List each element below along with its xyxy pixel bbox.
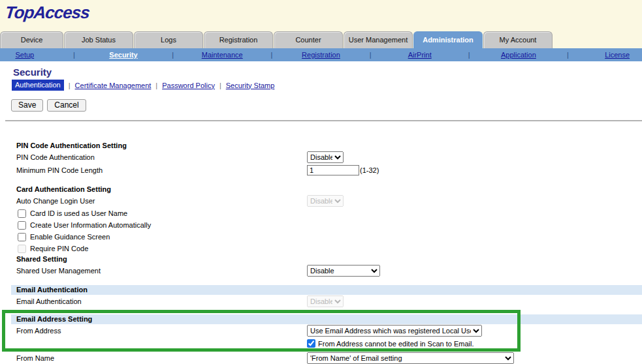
create-user-info-row: Create User Information Automatically [0,219,642,231]
subnav-separator: | [468,51,470,59]
shared-section-title: Shared Setting [0,254,642,264]
email-authentication-section-header: Email Authentication [11,285,642,295]
subnav-airprint[interactable]: AirPrint [408,51,432,59]
pin-code-authentication-select[interactable]: Disable [307,151,344,163]
email-authentication-select: Disable [307,296,344,307]
email-address-setting-section: Email Address Setting From Address Use E… [0,314,642,349]
pin-section-title: PIN Code Authentication Setting [0,141,642,151]
subnav-maintenance[interactable]: Maintenance [202,51,243,59]
tab-registration[interactable]: Registration [204,31,273,48]
subnav-separator: | [370,51,372,59]
from-address-row: From Address Use Email Address which was… [0,324,642,337]
email-address-setting-section-header: Email Address Setting [11,314,642,324]
submenu-separator: | [155,82,157,89]
email-authentication-row: Email Authentication Disable [0,295,642,308]
from-name-select[interactable]: 'From Name' of Email setting [307,352,514,364]
shared-user-management-row: Shared User Management Disable [0,264,642,277]
minimum-pin-length-row: Minimum PIN Code Length (1-32) [0,164,642,177]
from-name-row: From Name 'From Name' of Email setting [0,352,642,364]
create-user-info-checkbox[interactable] [18,221,26,230]
minimum-pin-length-label: Minimum PIN Code Length [16,166,307,174]
create-user-info-label: Create User Information Automatically [30,221,151,229]
save-button[interactable]: Save [11,99,43,112]
cancel-button[interactable]: Cancel [47,99,86,112]
subnav-setup[interactable]: Setup [15,51,34,59]
subnav-separator: | [73,51,75,59]
enable-guidance-screen-row: Enable Guidance Screen [0,231,642,243]
subnav-application[interactable]: Application [501,51,536,59]
tab-device[interactable]: Device [0,31,63,48]
main-tab-bar: Device Job Status Logs Registration Coun… [0,31,642,48]
auto-change-login-user-label: Auto Change Login User [16,197,307,205]
submenu-security-stamp[interactable]: Security Stamp [226,82,275,89]
authentication-form: PIN Code Authentication Setting PIN Code… [0,141,642,364]
submenu-password-policy[interactable]: Password Policy [162,82,215,89]
card-section-title: Card Authentication Setting [0,185,642,194]
auto-change-login-user-row: Auto Change Login User Disable [0,194,642,207]
page-title: Security [13,67,642,78]
minimum-pin-length-input[interactable] [307,165,359,175]
submenu-certificate-management[interactable]: Certificate Management [75,82,152,89]
security-submenu: Authentication | Certificate Management … [12,80,642,91]
topaccess-logo: TopAccess [4,3,90,23]
subnav-separator: | [172,51,174,59]
from-address-select[interactable]: Use Email Address which was registered L… [307,325,482,337]
action-buttons: Save Cancel [11,99,642,112]
require-pin-code-row: Require PIN Code [0,243,642,254]
from-address-note-row: From Address cannot be edited in Scan to… [0,338,642,349]
email-authentication-label: Email Authentication [16,297,307,305]
shared-user-management-label: Shared User Management [16,267,307,275]
submenu-separator: | [69,82,71,89]
enable-guidance-screen-label: Enable Guidance Screen [30,233,110,241]
from-address-note-label: From Address cannot be edited in Scan to… [318,340,473,348]
subnav-separator: | [270,51,272,59]
minimum-pin-length-hint: (1-32) [360,166,379,174]
require-pin-code-checkbox [18,245,26,253]
require-pin-code-label: Require PIN Code [30,245,88,252]
pin-code-authentication-label: PIN Code Authentication [16,153,307,161]
card-id-username-checkbox[interactable] [18,209,26,218]
subnav-separator: | [567,51,569,59]
tab-counter[interactable]: Counter [274,31,343,48]
card-id-username-row: Card ID is used as User Name [0,207,642,219]
submenu-authentication[interactable]: Authentication [12,80,64,91]
app-header: TopAccess [0,0,642,31]
auto-change-login-user-select: Disable [307,195,344,207]
submenu-separator: | [219,82,221,89]
card-id-username-label: Card ID is used as User Name [30,209,127,217]
pin-code-authentication-row: PIN Code Authentication Disable [0,151,642,164]
tab-job-status[interactable]: Job Status [64,31,133,48]
horizontal-divider [5,120,642,121]
tab-user-management[interactable]: User Management [344,31,413,48]
subnav-security[interactable]: Security [109,51,137,59]
tab-logs[interactable]: Logs [134,31,203,48]
subnav-registration[interactable]: Registration [302,51,340,59]
subnav-license[interactable]: License [605,51,630,59]
shared-user-management-select[interactable]: Disable [307,265,380,277]
tab-administration[interactable]: Administration [413,31,483,48]
admin-subnav: Setup | Security | Maintenance | Registr… [0,48,642,61]
from-address-label: From Address [16,327,307,335]
enable-guidance-screen-checkbox[interactable] [18,233,26,241]
tab-my-account[interactable]: My Account [483,31,553,48]
from-address-note-checkbox[interactable] [307,339,315,348]
from-name-label: From Name [16,354,307,362]
